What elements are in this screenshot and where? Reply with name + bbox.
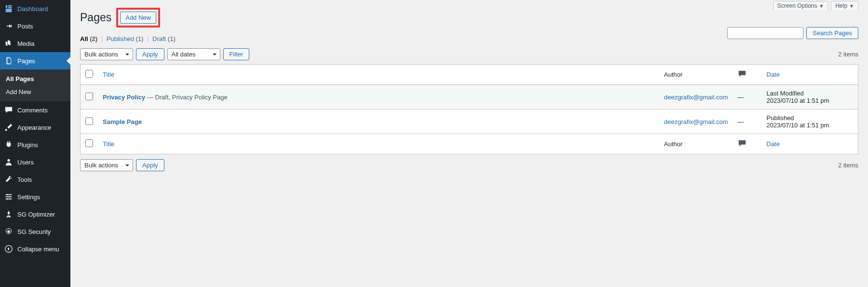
add-new-highlight: Add New [116,8,160,27]
dates-select[interactable]: All dates [167,48,220,60]
sidebar-item-settings[interactable]: Settings [0,188,70,205]
media-icon [4,39,14,48]
sidebar-submenu-pages: All Pages Add New [0,69,70,101]
sidebar-item-label: Posts [17,23,33,30]
sidebar-item-label: Pages [17,57,35,65]
top-tabs: Screen Options ▼ Help ▼ [773,1,858,10]
sidebar-item-plugins[interactable]: Plugins [0,136,70,153]
sidebar-item-users[interactable]: Users [0,153,70,171]
sidebar-item-label: Comments [17,107,48,114]
sidebar-sub-add-new[interactable]: Add New [0,85,70,98]
sidebar-item-media[interactable]: Media [0,35,70,52]
help-label: Help [835,2,847,9]
filter-draft[interactable]: Draft (1) [152,35,176,42]
sidebar-item-appearance[interactable]: Appearance [0,119,70,136]
rocket-icon [4,209,14,219]
apply-button-top[interactable]: Apply [136,48,164,60]
sidebar-item-label: Media [17,40,34,47]
svg-point-7 [7,230,10,232]
row-author-link[interactable]: deezgrafix@gmail.com [664,118,728,125]
table-row: Sample Page deezgrafix@gmail.com — Publi… [81,109,858,134]
col-title-foot[interactable]: Title [103,140,114,148]
row-title-link[interactable]: Sample Page [103,118,142,125]
pages-icon [4,56,14,66]
comments-column-icon[interactable] [738,72,746,80]
sidebar-item-label: Tools [17,176,32,183]
row-comments: — [733,109,762,134]
filter-button[interactable]: Filter [223,48,250,60]
sidebar-item-sg-optimizer[interactable]: SG Optimizer [0,205,70,223]
search-pages-input[interactable] [727,27,803,39]
svg-point-0 [7,159,10,162]
table-row: Privacy Policy — Draft, Privacy Policy P… [81,85,858,109]
apply-button-bottom[interactable]: Apply [136,159,164,171]
admin-sidebar: Dashboard Posts Media Pages All Pages Ad… [0,0,70,287]
chevron-down-icon: ▼ [849,3,854,9]
screen-options-tab[interactable]: Screen Options ▼ [773,1,828,10]
table-head-row: Title Author Date [81,65,858,85]
bulk-actions-select-top[interactable]: Bulk actions [80,48,133,60]
gear-icon [4,227,14,236]
sidebar-item-label: Settings [17,193,40,201]
col-author-foot: Author [659,134,732,154]
select-all-bottom[interactable] [85,139,93,147]
comments-column-icon[interactable] [738,142,746,149]
search-pages-button[interactable]: Search Pages [806,27,858,39]
items-count-bottom: 2 items [838,162,858,169]
page-title: Pages [80,11,111,24]
settings-icon [4,192,14,202]
col-author: Author [659,65,732,85]
row-author-link[interactable]: deezgrafix@gmail.com [664,94,728,101]
svg-rect-3 [6,199,12,200]
comment-icon [4,105,14,115]
sidebar-item-collapse[interactable]: Collapse menu [0,240,70,258]
table-foot-row: Title Author Date [81,134,858,154]
bulk-actions-select-bottom[interactable]: Bulk actions [80,159,133,171]
sidebar-item-label: Dashboard [17,5,48,13]
dashboard-icon [4,4,14,14]
sidebar-item-dashboard[interactable]: Dashboard [0,0,70,17]
collapse-icon [4,244,14,254]
row-title-link[interactable]: Privacy Policy [103,94,145,101]
row-select[interactable] [85,93,93,100]
user-icon [4,157,14,167]
top-controls: Bulk actions Apply All dates Filter 2 it… [80,48,858,60]
pages-table: Title Author Date Privacy Policy — Draft… [80,64,858,154]
sidebar-item-label: SG Optimizer [17,211,55,218]
wrench-icon [4,175,14,184]
sidebar-item-label: Plugins [17,141,38,149]
filter-all[interactable]: All (2) [80,35,97,42]
add-new-button[interactable]: Add New [120,12,156,24]
sidebar-item-comments[interactable]: Comments [0,101,70,119]
row-comments: — [733,85,762,109]
bottom-controls: Bulk actions Apply 2 items [80,159,858,171]
filter-published[interactable]: Published (1) [107,35,144,42]
col-date-foot[interactable]: Date [767,140,780,148]
svg-rect-1 [6,194,12,195]
sidebar-sub-all-pages[interactable]: All Pages [0,72,70,85]
sidebar-item-label: Users [17,159,34,166]
svg-point-6 [7,198,8,200]
sidebar-item-label: Appearance [17,124,51,131]
main-content: Screen Options ▼ Help ▼ Pages Add New Se… [70,0,868,287]
svg-point-4 [7,194,8,195]
screen-options-label: Screen Options [777,2,817,9]
help-tab[interactable]: Help ▼ [831,1,858,10]
sidebar-item-label: SG Security [17,228,51,235]
select-all-top[interactable] [85,70,93,78]
sidebar-item-tools[interactable]: Tools [0,171,70,188]
pin-icon [4,21,14,31]
row-title-suffix: — Draft, Privacy Policy Page [145,94,228,101]
page-header: Pages Add New [80,8,858,27]
row-select[interactable] [85,117,93,125]
svg-rect-2 [6,196,12,197]
plugin-icon [4,140,14,150]
sidebar-item-pages[interactable]: Pages [0,52,70,69]
col-date[interactable]: Date [767,71,780,78]
sidebar-item-label: Collapse menu [17,246,59,253]
items-count-top: 2 items [838,51,858,58]
sidebar-item-posts[interactable]: Posts [0,17,70,35]
col-title[interactable]: Title [103,71,114,78]
sidebar-item-sg-security[interactable]: SG Security [0,223,70,240]
row-date: Last Modified2023/07/10 at 1:51 pm [762,85,858,109]
